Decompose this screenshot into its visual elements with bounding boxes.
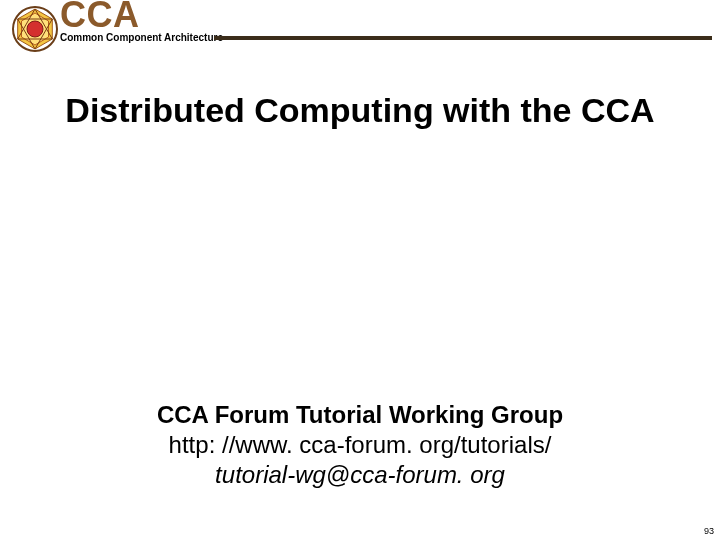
footer-url: http: //www. cca-forum. org/tutorials/	[0, 430, 720, 460]
page-number: 93	[704, 526, 714, 536]
footer-block: CCA Forum Tutorial Working Group http: /…	[0, 400, 720, 490]
slide-title: Distributed Computing with the CCA	[0, 90, 720, 131]
header-subtitle: Common Component Architecture	[60, 32, 223, 43]
footer-group: CCA Forum Tutorial Working Group	[0, 400, 720, 430]
header-rule	[214, 36, 712, 40]
cca-logo-icon	[12, 6, 58, 52]
footer-email: tutorial-wg@cca-forum. org	[0, 460, 720, 490]
header-acronym: CCA	[60, 0, 140, 35]
svg-point-5	[27, 21, 43, 37]
header: CCA Common Component Architecture	[0, 0, 720, 58]
slide: CCA Common Component Architecture Distri…	[0, 0, 720, 540]
